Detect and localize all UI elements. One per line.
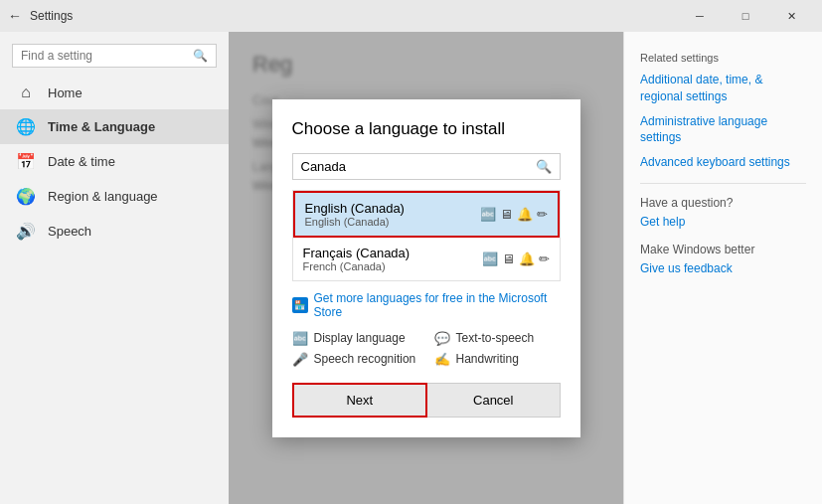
divider	[640, 183, 806, 184]
store-link-text: Get more languages for free in the Micro…	[314, 291, 561, 319]
related-link-0[interactable]: Additional date, time, & regional settin…	[640, 72, 806, 105]
time-language-icon: 🌐	[16, 117, 36, 136]
get-help-link[interactable]: Get help	[640, 214, 806, 231]
display-language-icon: 🔤	[292, 331, 308, 346]
related-link-1[interactable]: Administrative language settings	[640, 113, 806, 147]
language-search-input[interactable]	[301, 159, 530, 174]
related-settings-title: Related settings	[640, 52, 806, 64]
have-a-question: Have a question?	[640, 196, 806, 210]
feature-display-language: 🔤 Display language	[292, 331, 418, 346]
speech-recognition-icon: 🎤	[292, 352, 308, 367]
lang-feature-icons: 🔤 🖥 🔔 ✏	[482, 252, 550, 266]
store-icon: 🏪	[292, 297, 308, 313]
sidebar-item-label: Speech	[48, 224, 91, 239]
lang-sub: French (Canada)	[303, 260, 411, 272]
modal-search-box[interactable]: 🔍	[292, 153, 561, 180]
monitor-icon: 🖥	[500, 207, 513, 222]
modal-buttons: Next Cancel	[292, 383, 561, 418]
display-lang-icon2: 🔤	[482, 252, 498, 266]
speech-icon: 🔊	[16, 222, 36, 241]
handwriting-icon: ✍	[434, 352, 450, 367]
search-icon: 🔍	[193, 49, 208, 63]
modal-overlay: Choose a language to install 🔍 English (…	[229, 32, 623, 504]
home-icon: ⌂	[16, 84, 36, 101]
next-button[interactable]: Next	[292, 383, 428, 418]
feature-text-to-speech: 💬 Text-to-speech	[434, 331, 561, 346]
content-area: Reg Cour Wind Windo local s Langu Windo …	[229, 32, 623, 504]
text-to-speech-icon: 💬	[434, 331, 450, 346]
lang-name: Français (Canada)	[303, 246, 411, 260]
language-list: English (Canada) English (Canada) 🔤 🖥 🔔 …	[292, 190, 561, 281]
minimize-button[interactable]: ─	[677, 0, 723, 32]
lang-name: English (Canada)	[305, 201, 405, 216]
cancel-button[interactable]: Cancel	[427, 383, 561, 418]
sidebar-item-region-language[interactable]: 🌍 Region & language	[0, 179, 229, 214]
feature-label: Display language	[314, 331, 406, 345]
sidebar-item-label: Region & language	[48, 189, 158, 204]
speech-bell-icon2: 🔔	[519, 252, 535, 266]
sidebar-item-speech[interactable]: 🔊 Speech	[0, 214, 229, 249]
feature-label: Text-to-speech	[456, 331, 535, 345]
microsoft-store-link[interactable]: 🏪 Get more languages for free in the Mic…	[292, 291, 561, 319]
main-layout: 🔍 ⌂ Home 🌐 Time & Language 📅 Date & time…	[0, 32, 822, 504]
lang-sub: English (Canada)	[305, 216, 405, 228]
feature-speech-recognition: 🎤 Speech recognition	[292, 352, 418, 367]
feature-label: Speech recognition	[314, 352, 416, 366]
sidebar-item-time-language[interactable]: 🌐 Time & Language	[0, 109, 229, 144]
window-title: Settings	[30, 9, 677, 23]
date-time-icon: 📅	[16, 152, 36, 171]
window-controls: ─ □ ✕	[677, 0, 814, 32]
sidebar-item-label: Date & time	[48, 154, 115, 169]
titlebar: ← Settings ─ □ ✕	[0, 0, 822, 32]
make-windows-better: Make Windows better	[640, 243, 806, 256]
sidebar-item-home[interactable]: ⌂ Home	[0, 76, 229, 109]
pen-icon: ✏	[537, 207, 548, 222]
modal-title: Choose a language to install	[292, 119, 561, 139]
close-icon: ✕	[787, 10, 796, 23]
display-lang-icon: 🔤	[480, 207, 496, 222]
sidebar-item-date-time[interactable]: 📅 Date & time	[0, 144, 229, 179]
search-input[interactable]	[21, 49, 187, 63]
features-grid: 🔤 Display language 💬 Text-to-speech 🎤 Sp…	[292, 331, 561, 367]
region-icon: 🌍	[16, 187, 36, 206]
search-box[interactable]: 🔍	[12, 44, 217, 68]
language-item-english-canada[interactable]: English (Canada) English (Canada) 🔤 🖥 🔔 …	[293, 191, 560, 238]
close-button[interactable]: ✕	[768, 0, 814, 32]
feature-handwriting: ✍ Handwriting	[434, 352, 561, 367]
maximize-icon: □	[742, 10, 749, 22]
sidebar-item-label: Home	[48, 85, 82, 100]
pen-icon2: ✏	[539, 252, 550, 266]
install-language-modal: Choose a language to install 🔍 English (…	[272, 99, 580, 437]
speech-bell-icon: 🔔	[517, 207, 533, 222]
right-panel: Related settings Additional date, time, …	[623, 32, 822, 504]
feature-label: Handwriting	[456, 352, 519, 366]
lang-feature-icons: 🔤 🖥 🔔 ✏	[480, 207, 548, 222]
sidebar: 🔍 ⌂ Home 🌐 Time & Language 📅 Date & time…	[0, 32, 229, 504]
monitor-icon2: 🖥	[502, 252, 515, 266]
minimize-icon: ─	[696, 10, 704, 22]
related-link-2[interactable]: Advanced keyboard settings	[640, 154, 806, 171]
modal-search-icon: 🔍	[536, 159, 552, 174]
back-button[interactable]: ←	[8, 8, 22, 24]
language-item-french-canada[interactable]: Français (Canada) French (Canada) 🔤 🖥 🔔 …	[293, 238, 560, 280]
maximize-button[interactable]: □	[723, 0, 768, 32]
give-feedback-link[interactable]: Give us feedback	[640, 260, 806, 277]
sidebar-item-label: Time & Language	[48, 119, 155, 134]
